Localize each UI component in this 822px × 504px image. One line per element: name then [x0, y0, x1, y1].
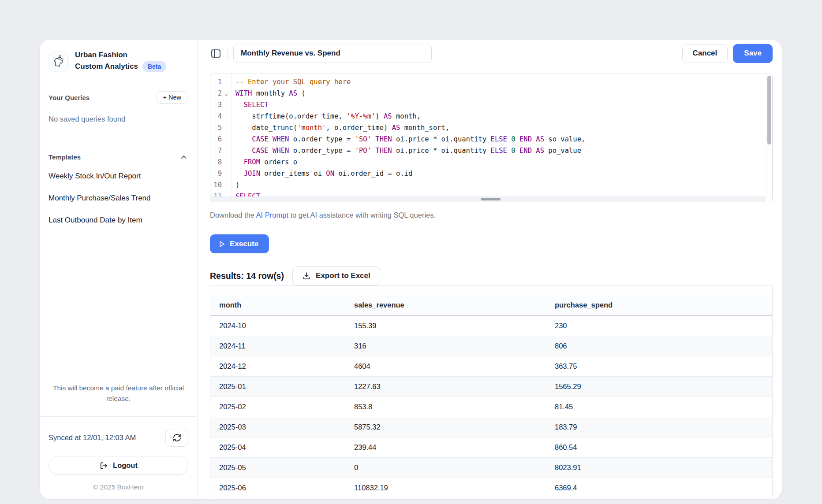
line-number: 6	[210, 133, 232, 145]
table-cell: 860.54	[546, 437, 772, 458]
fold-chevron-icon[interactable]: ⌄	[222, 88, 231, 99]
table-cell: 316	[345, 336, 546, 356]
panel-toggle-icon	[210, 48, 221, 59]
table-row: 2024-124604363.75	[210, 356, 772, 377]
download-icon	[302, 271, 311, 280]
table-cell: 2024-12	[210, 356, 345, 377]
execute-button[interactable]: Execute	[210, 234, 269, 253]
code-text: SELECT	[232, 99, 772, 111]
no-queries-text: No saved queries found	[49, 115, 188, 123]
table-cell: 2025-06	[210, 478, 345, 498]
beta-badge: Beta	[142, 61, 166, 72]
code-line: 2⌄WITH monthly AS (	[210, 88, 772, 99]
table-row: 2025-035875.32183.79	[210, 417, 772, 437]
query-title-input[interactable]	[233, 44, 432, 63]
play-icon	[218, 240, 226, 248]
column-header-purchase-spend: purchase_spend	[546, 295, 772, 315]
refresh-button[interactable]	[165, 429, 188, 447]
code-line: 1-- Enter your SQL query here	[210, 76, 772, 88]
workspace-header: Urban Fashion Custom Analytics Beta	[40, 40, 197, 72]
code-text: strftime(o.order_time, '%Y-%m') AS month…	[232, 111, 772, 122]
code-text: WITH monthly AS (	[232, 88, 772, 99]
table-cell: 806	[546, 336, 772, 356]
logout-icon	[99, 461, 108, 470]
app-logo	[49, 51, 69, 71]
results-table: month sales_revenue purchase_spend 2024-…	[210, 295, 772, 498]
table-cell: 183.79	[546, 417, 772, 437]
line-number: 9	[210, 168, 232, 179]
table-row: 2025-02853.881.45	[210, 397, 772, 417]
code-line: 3 SELECT	[210, 99, 772, 111]
line-number: 3	[210, 99, 232, 111]
table-cell: 6369.4	[546, 478, 772, 498]
table-row: 2025-04239.44860.54	[210, 437, 772, 458]
line-number: 10	[210, 179, 232, 191]
code-line: 9 JOIN order_items oi ON oi.order_id = o…	[210, 168, 772, 179]
ai-prompt-link[interactable]: AI Prompt	[256, 211, 288, 219]
templates-header[interactable]: Templates	[49, 153, 187, 161]
table-row: 2024-10155.39230	[210, 315, 772, 336]
table-cell: 81.45	[546, 397, 772, 417]
ai-note-suffix: to get AI assistance with writing SQL qu…	[288, 211, 436, 219]
table-cell: 2025-02	[210, 397, 345, 417]
table-cell: 110832.19	[345, 478, 546, 498]
main-header: Cancel Save	[210, 44, 773, 63]
gutter-separator	[232, 74, 232, 196]
table-cell: 2024-10	[210, 315, 345, 336]
logout-button[interactable]: Logout	[49, 456, 188, 475]
sidebar: Urban Fashion Custom Analytics Beta Your…	[40, 40, 198, 499]
main-panel: Cancel Save 1-- Enter your SQL query her…	[198, 40, 782, 499]
table-cell: 239.44	[345, 437, 546, 458]
table-header-row: month sales_revenue purchase_spend	[210, 295, 772, 315]
code-text: CASE WHEN o.order_type = 'SO' THEN oi.pr…	[232, 133, 772, 145]
code-text: JOIN order_items oi ON oi.order_id = o.i…	[232, 168, 772, 179]
logout-label: Logout	[113, 461, 138, 470]
table-cell: 1565.29	[546, 377, 772, 397]
code-text: -- Enter your SQL query here	[232, 76, 772, 88]
table-row: 2025-0508023.91	[210, 458, 772, 478]
column-header-sales-revenue: sales_revenue	[345, 295, 546, 315]
export-excel-button[interactable]: Export to Excel	[292, 266, 380, 285]
vertical-scroll-thumb[interactable]	[767, 76, 771, 145]
line-number: 8	[210, 156, 232, 168]
new-query-button[interactable]: + New	[157, 91, 187, 104]
line-number: 1	[210, 76, 232, 88]
tshirt-hanger-icon	[51, 53, 67, 69]
copyright-text: © 2025 BoxHero	[40, 475, 197, 499]
code-line: 6 CASE WHEN o.order_type = 'SO' THEN oi.…	[210, 133, 772, 145]
table-cell: 2025-03	[210, 417, 345, 437]
table-row: 2025-011227.631565.29	[210, 377, 772, 397]
table-cell: 5875.32	[345, 417, 546, 437]
code-line: 5 date_trunc('month', o.order_time) AS m…	[210, 122, 772, 133]
table-cell: 2024-11	[210, 336, 345, 356]
app-title: Custom Analytics	[75, 61, 138, 72]
table-row: 2024-11316806	[210, 336, 772, 356]
table-cell: 230	[546, 315, 772, 336]
line-number: 2⌄	[210, 88, 232, 99]
template-item-monthly-trend[interactable]: Monthly Purchase/Sales Trend	[40, 187, 197, 209]
line-number: 5	[210, 122, 232, 133]
cancel-button[interactable]: Cancel	[682, 44, 728, 63]
ai-note-prefix: Download the	[210, 211, 256, 219]
horizontal-scroll-thumb[interactable]	[481, 198, 501, 200]
sidebar-toggle-button[interactable]	[210, 48, 221, 59]
editor-vertical-scrollbar[interactable]	[766, 74, 772, 196]
code-line: 10)	[210, 179, 772, 191]
table-cell: 2025-01	[210, 377, 345, 397]
template-list: Weekly Stock In/Out Report Monthly Purch…	[40, 165, 197, 231]
workspace-name: Urban Fashion	[75, 49, 166, 61]
paid-feature-notice: This will become a paid feature after of…	[40, 383, 197, 404]
sql-editor[interactable]: 1-- Enter your SQL query here2⌄WITH mont…	[210, 74, 773, 202]
chevron-up-icon	[180, 153, 187, 161]
refresh-icon	[172, 433, 182, 442]
table-cell: 8023.91	[546, 458, 772, 478]
table-cell: 0	[345, 458, 546, 478]
code-text: date_trunc('month', o.order_time) AS mon…	[232, 122, 772, 133]
table-row: 2025-06110832.196369.4	[210, 478, 772, 498]
save-button[interactable]: Save	[733, 44, 773, 63]
code-line: 8 FROM orders o	[210, 156, 772, 168]
code-text: FROM orders o	[232, 156, 772, 168]
template-item-last-outbound[interactable]: Last Outbound Date by Item	[40, 209, 197, 231]
editor-horizontal-scrollbar[interactable]	[210, 196, 766, 202]
template-item-weekly-stock[interactable]: Weekly Stock In/Out Report	[40, 165, 197, 187]
